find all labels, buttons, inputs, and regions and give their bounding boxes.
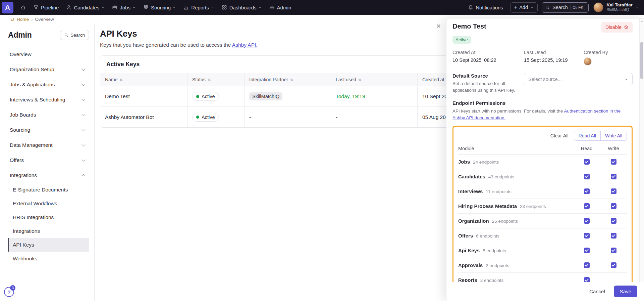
breadcrumb-home[interactable]: Home (17, 17, 29, 22)
sidebar-subitem[interactable]: HRIS Integrations (8, 210, 89, 224)
chevron-down-icon (211, 6, 214, 9)
read-checkbox[interactable] (584, 248, 590, 253)
read-checkbox[interactable] (584, 203, 590, 209)
panel-scrollbar[interactable]: ▲ (639, 18, 644, 282)
sidebar-item[interactable]: Data Management (8, 137, 89, 153)
sidebar-search-label: Search (70, 33, 85, 38)
write-column-label: Write (600, 146, 627, 151)
nav-jobs[interactable]: Jobs (108, 0, 140, 15)
sidebar-item[interactable]: Integrations (8, 168, 89, 183)
write-checkbox[interactable] (611, 233, 616, 239)
subtitle-text: Keys that you have generated can be used… (100, 42, 232, 48)
read-checkbox[interactable] (584, 188, 590, 194)
search-icon (64, 33, 68, 37)
scrollbar-thumb[interactable] (640, 42, 643, 79)
save-button[interactable]: Save (614, 286, 637, 297)
nav-pipeline[interactable]: Pipeline (30, 0, 62, 15)
module-row: Interviews 11 endpoints (458, 184, 627, 199)
nav-admin[interactable]: Admin (266, 0, 295, 15)
read-checkbox[interactable] (584, 218, 590, 224)
sidebar-item[interactable]: Jobs & Applications (8, 77, 89, 92)
sidebar-item-label: Jobs & Applications (10, 82, 55, 88)
panel-footer: Cancel Save (446, 282, 644, 301)
cell-status: Active (187, 86, 245, 106)
module-name: Approvals (458, 262, 483, 268)
sidebar-nav: Overview Organization Setup Jobs & Appli… (8, 47, 89, 265)
default-source-help: Set a default source for all application… (452, 80, 524, 93)
nav-candidates[interactable]: Candidates (62, 0, 108, 15)
sidebar-item[interactable]: Offers (8, 153, 89, 168)
disable-button[interactable]: Disable (601, 22, 633, 33)
bell-icon (468, 5, 473, 10)
write-checkbox[interactable] (611, 218, 616, 224)
add-button[interactable]: Add (510, 2, 538, 13)
column-header-partner[interactable]: Integration Partner (245, 73, 331, 86)
sidebar-item[interactable]: Organization Setup (8, 62, 89, 77)
nav-sourcing[interactable]: Sourcing (140, 0, 180, 15)
sidebar-subitem[interactable]: Webhooks (8, 252, 89, 265)
sidebar-subitem[interactable]: E-Signature Documents (8, 183, 89, 197)
write-checkbox[interactable] (611, 188, 616, 194)
sort-icon[interactable] (290, 77, 293, 82)
key-meta: Created At 10 Sept 2025, 08:22 Last Used… (452, 50, 633, 66)
sort-icon[interactable] (119, 77, 122, 82)
nav-reports[interactable]: Reports (180, 0, 218, 15)
nav-dashboards-label: Dashboards (229, 5, 257, 10)
sidebar-subitem[interactable]: API Keys (8, 238, 89, 252)
global-search-button[interactable]: SearchCtrl+K (542, 2, 589, 13)
cell-partner: - (245, 107, 331, 127)
user-menu[interactable]: Kai Tarafdar SkillMatchIQ (593, 2, 639, 12)
created-by-avatar[interactable] (584, 57, 592, 66)
sidebar-subitem[interactable]: Integrations (8, 224, 89, 238)
sort-icon[interactable] (358, 77, 361, 82)
module-endpoint-count: 2 endpoints (480, 278, 504, 282)
sidebar-item[interactable]: Job Boards (8, 107, 89, 122)
help-button[interactable]: ? 3 (4, 287, 14, 297)
write-checkbox[interactable] (611, 159, 616, 165)
ashby-logo[interactable]: A (2, 2, 13, 13)
ashby-api-link[interactable]: Ashby API. (232, 42, 258, 48)
module-name: Organization (458, 218, 489, 224)
status-dot-icon (196, 95, 199, 98)
partner-badge: - (249, 114, 251, 120)
notifications-button[interactable]: Notifications (464, 0, 507, 15)
sidebar-subitem-label: E-Signature Documents (13, 187, 68, 193)
sidebar-item-label: Organization Setup (10, 67, 54, 73)
sidebar-item[interactable]: Overview (8, 47, 89, 62)
column-header-status[interactable]: Status (187, 73, 245, 86)
read-all-button[interactable]: Read All (574, 131, 600, 140)
search-icon (545, 5, 550, 10)
cancel-button[interactable]: Cancel (585, 286, 609, 297)
nav-dashboards[interactable]: Dashboards (218, 0, 266, 15)
close-icon[interactable] (433, 21, 443, 31)
write-checkbox[interactable] (611, 262, 616, 268)
scrollbar-up-arrow-icon[interactable]: ▲ (641, 20, 643, 23)
read-checkbox[interactable] (584, 174, 590, 179)
cell-name: Demo Test (100, 86, 187, 106)
sidebar-item[interactable]: Interviews & Scheduling (8, 92, 89, 107)
column-header-last-used[interactable]: Last used (331, 73, 418, 86)
column-header-name[interactable]: Name (100, 73, 187, 86)
write-checkbox[interactable] (611, 248, 616, 253)
module-row: Approvals 2 endpoints (458, 258, 627, 273)
created-at-value: 10 Sept 2025, 08:22 (452, 57, 524, 63)
read-checkbox[interactable] (584, 277, 590, 282)
write-checkbox[interactable] (611, 174, 616, 179)
search-shortcut-badge: Ctrl+K (571, 5, 585, 10)
sidebar-search-button[interactable]: Search (60, 30, 89, 40)
read-write-segmented-control: Read All Write All (574, 131, 627, 141)
chevron-down-icon (82, 158, 85, 161)
default-source-select[interactable]: Select source... (524, 73, 633, 85)
sidebar-item[interactable]: Sourcing (8, 122, 89, 137)
integrations-sub-list: E-Signature Documents External Workflows… (8, 183, 89, 265)
gear-icon (269, 5, 275, 10)
sort-icon[interactable] (208, 77, 211, 82)
read-checkbox[interactable] (584, 233, 590, 239)
sidebar-subitem[interactable]: External Workflows (8, 197, 89, 210)
write-all-button[interactable]: Write All (600, 131, 627, 140)
write-checkbox[interactable] (611, 203, 616, 209)
home-button[interactable] (17, 0, 30, 15)
read-checkbox[interactable] (584, 159, 590, 165)
read-checkbox[interactable] (584, 262, 590, 268)
clear-all-button[interactable]: Clear All (550, 133, 569, 138)
